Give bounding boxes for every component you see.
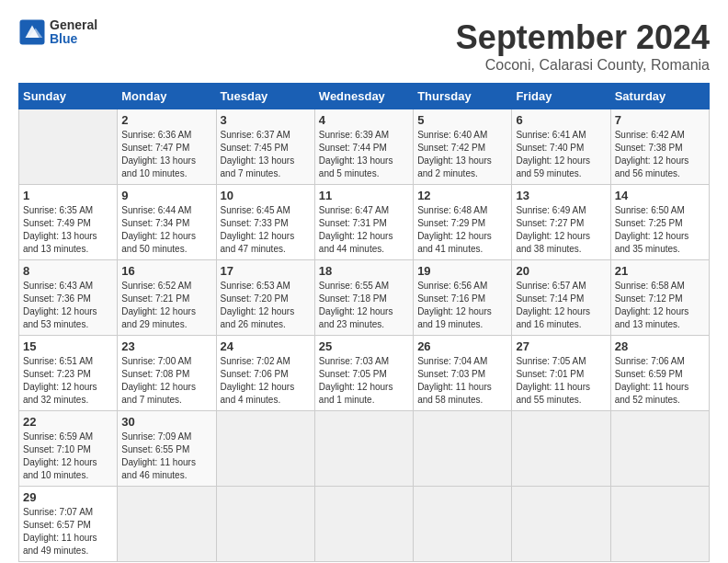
day-number: 23: [121, 339, 211, 353]
day-number: 28: [615, 339, 705, 353]
calendar-cell: [414, 411, 512, 487]
calendar-cell: [216, 411, 314, 487]
day-number: 19: [417, 264, 507, 278]
day-number: 24: [221, 339, 311, 353]
calendar-cell: [216, 487, 314, 562]
day-info: Sunrise: 6:51 AM Sunset: 7:23 PM Dayligh…: [23, 355, 113, 407]
day-number: 11: [319, 189, 409, 202]
calendar-cell: 25Sunrise: 7:03 AM Sunset: 7:05 PM Dayli…: [314, 336, 413, 411]
day-info: Sunrise: 6:49 AM Sunset: 7:27 PM Dayligh…: [516, 204, 606, 256]
day-info: Sunrise: 7:02 AM Sunset: 7:06 PM Dayligh…: [221, 355, 311, 407]
calendar-week-1: 1Sunrise: 6:35 AM Sunset: 7:49 PM Daylig…: [19, 185, 710, 260]
day-info: Sunrise: 6:35 AM Sunset: 7:49 PM Dayligh…: [23, 204, 113, 256]
day-number: 3: [221, 113, 311, 127]
col-header-tuesday: Tuesday: [216, 84, 314, 109]
day-number: 22: [23, 415, 113, 429]
day-number: 5: [417, 113, 507, 127]
day-number: 7: [615, 113, 705, 127]
col-header-monday: Monday: [118, 84, 216, 109]
calendar-week-3: 15Sunrise: 6:51 AM Sunset: 7:23 PM Dayli…: [19, 336, 710, 411]
day-info: Sunrise: 7:06 AM Sunset: 6:59 PM Dayligh…: [615, 355, 705, 407]
day-info: Sunrise: 6:47 AM Sunset: 7:31 PM Dayligh…: [319, 204, 409, 256]
calendar-cell: 19Sunrise: 6:56 AM Sunset: 7:16 PM Dayli…: [414, 260, 512, 336]
calendar-cell: 1Sunrise: 6:35 AM Sunset: 7:49 PM Daylig…: [19, 185, 118, 260]
logo-icon: [18, 18, 46, 46]
day-info: Sunrise: 7:07 AM Sunset: 6:57 PM Dayligh…: [23, 506, 113, 557]
day-info: Sunrise: 6:56 AM Sunset: 7:16 PM Dayligh…: [417, 280, 507, 331]
day-info: Sunrise: 6:43 AM Sunset: 7:36 PM Dayligh…: [23, 280, 113, 331]
day-number: 9: [121, 189, 211, 202]
calendar-cell: [610, 411, 709, 487]
calendar-cell: 24Sunrise: 7:02 AM Sunset: 7:06 PM Dayli…: [216, 336, 314, 411]
day-number: 16: [121, 264, 211, 278]
calendar-cell: 7Sunrise: 6:42 AM Sunset: 7:38 PM Daylig…: [610, 109, 709, 185]
calendar-cell: 28Sunrise: 7:06 AM Sunset: 6:59 PM Dayli…: [610, 336, 709, 411]
title-block: September 2024 Coconi, Calarasi County, …: [456, 18, 710, 74]
calendar-cell: [19, 109, 118, 185]
calendar-cell: 13Sunrise: 6:49 AM Sunset: 7:27 PM Dayli…: [512, 185, 610, 260]
calendar-cell: 17Sunrise: 6:53 AM Sunset: 7:20 PM Dayli…: [216, 260, 314, 336]
day-number: 29: [23, 490, 113, 504]
calendar-cell: 10Sunrise: 6:45 AM Sunset: 7:33 PM Dayli…: [216, 185, 314, 260]
calendar-cell: 9Sunrise: 6:44 AM Sunset: 7:34 PM Daylig…: [118, 185, 216, 260]
day-info: Sunrise: 6:57 AM Sunset: 7:14 PM Dayligh…: [516, 280, 606, 331]
calendar-cell: 15Sunrise: 6:51 AM Sunset: 7:23 PM Dayli…: [19, 336, 118, 411]
day-number: 25: [319, 339, 409, 353]
calendar-cell: 23Sunrise: 7:00 AM Sunset: 7:08 PM Dayli…: [118, 336, 216, 411]
location-subtitle: Coconi, Calarasi County, Romania: [456, 57, 710, 74]
day-number: 15: [23, 339, 113, 353]
day-info: Sunrise: 6:52 AM Sunset: 7:21 PM Dayligh…: [121, 280, 211, 331]
month-title: September 2024: [456, 18, 710, 57]
calendar-cell: 14Sunrise: 6:50 AM Sunset: 7:25 PM Dayli…: [610, 185, 709, 260]
calendar-cell: 8Sunrise: 6:43 AM Sunset: 7:36 PM Daylig…: [19, 260, 118, 336]
calendar-cell: 4Sunrise: 6:39 AM Sunset: 7:44 PM Daylig…: [314, 109, 413, 185]
day-info: Sunrise: 6:53 AM Sunset: 7:20 PM Dayligh…: [221, 280, 311, 331]
calendar-cell: 12Sunrise: 6:48 AM Sunset: 7:29 PM Dayli…: [414, 185, 512, 260]
day-info: Sunrise: 7:00 AM Sunset: 7:08 PM Dayligh…: [121, 355, 211, 407]
calendar-cell: 27Sunrise: 7:05 AM Sunset: 7:01 PM Dayli…: [512, 336, 610, 411]
calendar-cell: 22Sunrise: 6:59 AM Sunset: 7:10 PM Dayli…: [19, 411, 118, 487]
day-info: Sunrise: 6:42 AM Sunset: 7:38 PM Dayligh…: [615, 129, 705, 180]
day-number: 14: [615, 189, 705, 202]
day-info: Sunrise: 7:05 AM Sunset: 7:01 PM Dayligh…: [516, 355, 606, 407]
day-info: Sunrise: 6:48 AM Sunset: 7:29 PM Dayligh…: [417, 204, 507, 256]
page-header: General Blue September 2024 Coconi, Cala…: [18, 18, 710, 74]
day-number: 8: [23, 264, 113, 278]
calendar-cell: 11Sunrise: 6:47 AM Sunset: 7:31 PM Dayli…: [314, 185, 413, 260]
calendar-cell: 26Sunrise: 7:04 AM Sunset: 7:03 PM Dayli…: [414, 336, 512, 411]
day-number: 17: [221, 264, 311, 278]
calendar-week-0: 2Sunrise: 6:36 AM Sunset: 7:47 PM Daylig…: [19, 109, 710, 185]
calendar-cell: 2Sunrise: 6:36 AM Sunset: 7:47 PM Daylig…: [118, 109, 216, 185]
day-info: Sunrise: 6:37 AM Sunset: 7:45 PM Dayligh…: [221, 129, 311, 180]
calendar-cell: [512, 487, 610, 562]
day-info: Sunrise: 7:04 AM Sunset: 7:03 PM Dayligh…: [417, 355, 507, 407]
calendar-cell: [118, 487, 216, 562]
calendar-cell: [414, 487, 512, 562]
day-info: Sunrise: 6:45 AM Sunset: 7:33 PM Dayligh…: [221, 204, 311, 256]
calendar-cell: 16Sunrise: 6:52 AM Sunset: 7:21 PM Dayli…: [118, 260, 216, 336]
day-number: 6: [516, 113, 606, 127]
day-number: 20: [516, 264, 606, 278]
col-header-thursday: Thursday: [414, 84, 512, 109]
calendar-cell: 29Sunrise: 7:07 AM Sunset: 6:57 PM Dayli…: [19, 487, 118, 562]
day-info: Sunrise: 7:03 AM Sunset: 7:05 PM Dayligh…: [319, 355, 409, 407]
day-info: Sunrise: 6:59 AM Sunset: 7:10 PM Dayligh…: [23, 431, 113, 482]
calendar-cell: [512, 411, 610, 487]
calendar-cell: 18Sunrise: 6:55 AM Sunset: 7:18 PM Dayli…: [314, 260, 413, 336]
day-number: 27: [516, 339, 606, 353]
day-info: Sunrise: 6:44 AM Sunset: 7:34 PM Dayligh…: [121, 204, 211, 256]
day-info: Sunrise: 6:40 AM Sunset: 7:42 PM Dayligh…: [417, 129, 507, 180]
day-info: Sunrise: 6:50 AM Sunset: 7:25 PM Dayligh…: [615, 204, 705, 256]
calendar-cell: 6Sunrise: 6:41 AM Sunset: 7:40 PM Daylig…: [512, 109, 610, 185]
day-info: Sunrise: 7:09 AM Sunset: 6:55 PM Dayligh…: [121, 431, 211, 482]
day-info: Sunrise: 6:55 AM Sunset: 7:18 PM Dayligh…: [319, 280, 409, 331]
day-number: 2: [121, 113, 211, 127]
col-header-wednesday: Wednesday: [314, 84, 413, 109]
calendar-cell: [610, 487, 709, 562]
day-info: Sunrise: 6:58 AM Sunset: 7:12 PM Dayligh…: [615, 280, 705, 331]
calendar-cell: 3Sunrise: 6:37 AM Sunset: 7:45 PM Daylig…: [216, 109, 314, 185]
calendar-week-5: 29Sunrise: 7:07 AM Sunset: 6:57 PM Dayli…: [19, 487, 710, 562]
calendar-week-2: 8Sunrise: 6:43 AM Sunset: 7:36 PM Daylig…: [19, 260, 710, 336]
calendar-cell: 21Sunrise: 6:58 AM Sunset: 7:12 PM Dayli…: [610, 260, 709, 336]
day-number: 4: [319, 113, 409, 127]
